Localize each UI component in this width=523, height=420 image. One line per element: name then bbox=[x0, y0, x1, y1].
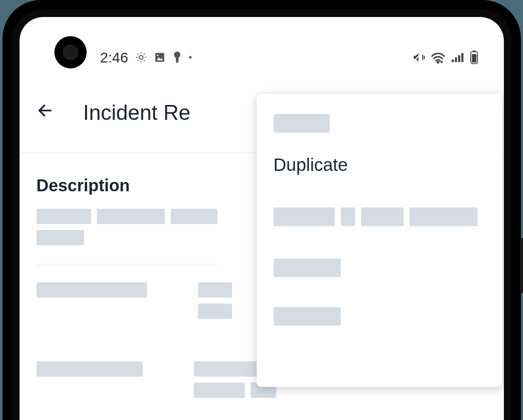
placeholder-block bbox=[198, 304, 232, 319]
status-bar-left: 2:46 • bbox=[100, 49, 192, 66]
phone-screen: 2:46 • bbox=[20, 17, 504, 420]
status-bar: 2:46 • bbox=[20, 45, 504, 70]
placeholder-row bbox=[274, 207, 485, 226]
phone-frame: 2:46 • bbox=[3, 0, 521, 420]
svg-point-0 bbox=[139, 55, 143, 59]
mute-vibrate-icon bbox=[412, 51, 425, 64]
svg-line-7 bbox=[137, 60, 138, 61]
svg-rect-19 bbox=[455, 57, 457, 62]
wifi-icon bbox=[431, 51, 445, 64]
svg-line-3 bbox=[137, 54, 138, 55]
battery-icon bbox=[470, 51, 478, 64]
svg-rect-21 bbox=[461, 53, 463, 62]
menu-item-duplicate[interactable]: Duplicate bbox=[274, 155, 485, 175]
placeholder-block[interactable] bbox=[361, 207, 404, 226]
image-icon bbox=[154, 51, 166, 63]
placeholder-block bbox=[171, 209, 218, 224]
svg-line-8 bbox=[144, 54, 144, 55]
svg-rect-20 bbox=[458, 55, 460, 62]
svg-rect-18 bbox=[452, 60, 454, 62]
back-arrow-icon[interactable] bbox=[37, 102, 54, 123]
svg-rect-24 bbox=[472, 54, 476, 62]
placeholder-block[interactable] bbox=[274, 258, 341, 277]
placeholder-block bbox=[97, 209, 165, 224]
phone-frame-inner: 2:46 • bbox=[12, 9, 512, 420]
placeholder-block bbox=[198, 282, 232, 298]
placeholder-block bbox=[37, 361, 143, 377]
placeholder-block bbox=[37, 282, 147, 298]
placeholder-block[interactable] bbox=[274, 114, 330, 133]
placeholder-column bbox=[198, 282, 232, 319]
svg-point-17 bbox=[437, 62, 438, 63]
placeholder-block bbox=[194, 383, 245, 398]
svg-marker-13 bbox=[175, 57, 179, 63]
svg-point-11 bbox=[157, 55, 158, 57]
page-title: Incident Re bbox=[83, 100, 191, 125]
keyhole-icon bbox=[172, 51, 182, 64]
placeholder-block[interactable] bbox=[274, 207, 335, 226]
svg-line-4 bbox=[144, 60, 144, 61]
section-divider bbox=[37, 264, 219, 264]
placeholder-block[interactable] bbox=[274, 307, 341, 326]
clock-text: 2:46 bbox=[100, 49, 128, 66]
signal-icon bbox=[451, 52, 464, 63]
placeholder-block bbox=[37, 230, 84, 245]
placeholder-block[interactable] bbox=[341, 207, 355, 226]
sun-icon bbox=[135, 51, 147, 63]
placeholder-block bbox=[37, 209, 91, 224]
status-bar-right bbox=[412, 51, 478, 64]
dot-icon: • bbox=[189, 51, 192, 63]
camera-cutout bbox=[54, 36, 87, 68]
placeholder-block[interactable] bbox=[410, 207, 478, 226]
camera-lens bbox=[63, 45, 78, 60]
svg-rect-9 bbox=[155, 53, 164, 62]
phone-side-button bbox=[520, 238, 523, 293]
context-menu-popup[interactable]: Duplicate bbox=[257, 94, 502, 387]
